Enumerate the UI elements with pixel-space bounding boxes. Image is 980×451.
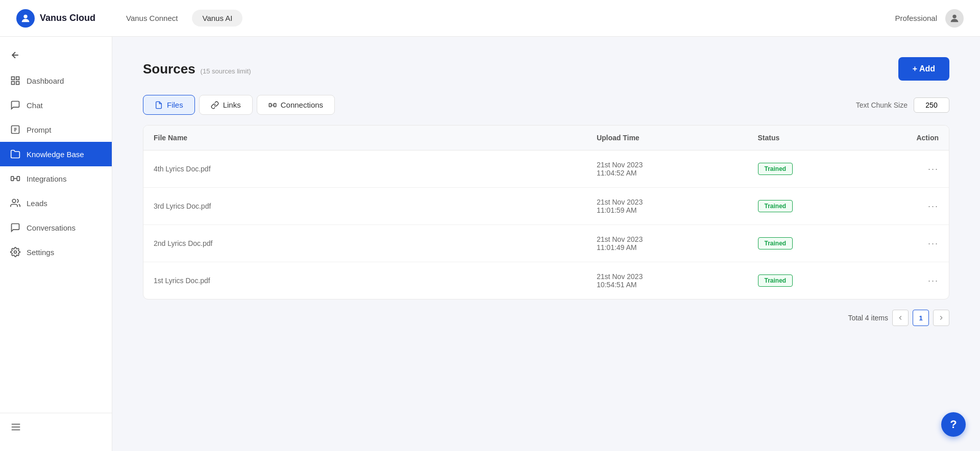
connections-icon xyxy=(268,101,277,109)
svg-rect-4 xyxy=(12,82,15,85)
sidebar-item-knowledge-base[interactable]: Knowledge Base xyxy=(0,142,112,166)
cell-action[interactable]: ··· xyxy=(868,151,949,188)
header-right: Professional xyxy=(895,9,964,28)
cell-filename: 4th Lyrics Doc.pdf xyxy=(143,151,586,188)
sidebar-item-dashboard[interactable]: Dashboard xyxy=(0,68,112,93)
chunk-size-group: Text Chunk Size xyxy=(856,97,949,113)
page-title: Sources xyxy=(143,61,195,77)
cell-upload-time: 21st Nov 2023 10:54:51 AM xyxy=(586,262,748,299)
sidebar-bottom xyxy=(0,413,112,443)
cell-status: Trained xyxy=(748,225,869,262)
conversations-icon xyxy=(10,222,20,233)
nav-tab-vanus-connect[interactable]: Vanus Connect xyxy=(116,10,188,27)
tab-files[interactable]: Files xyxy=(143,95,195,115)
nav-tab-vanus-ai[interactable]: Vanus AI xyxy=(192,10,242,27)
tab-links-label: Links xyxy=(223,101,241,109)
sources-title: Sources (15 sources limit) xyxy=(143,61,251,77)
layout: Dashboard Chat Prompt Knowledge Base xyxy=(0,37,980,451)
chunk-size-input[interactable] xyxy=(914,97,949,113)
sidebar-label-dashboard: Dashboard xyxy=(27,77,64,85)
svg-rect-15 xyxy=(274,103,276,107)
logo-text: Vanus Cloud xyxy=(40,13,95,23)
col-header-action: Action xyxy=(868,126,949,151)
svg-point-0 xyxy=(23,14,27,18)
sidebar-label-prompt: Prompt xyxy=(27,126,51,134)
sidebar-label-chat: Chat xyxy=(27,101,43,110)
svg-point-9 xyxy=(12,199,16,203)
total-items-label: Total 4 items xyxy=(848,314,888,322)
chevron-left-icon xyxy=(897,314,904,321)
menu-icon[interactable] xyxy=(10,421,102,435)
header-left: Vanus Cloud Vanus Connect Vanus AI xyxy=(16,9,242,28)
nav-tabs: Vanus Connect Vanus AI xyxy=(116,10,242,27)
sidebar-item-settings[interactable]: Settings xyxy=(0,240,112,264)
help-button[interactable]: ? xyxy=(941,412,966,437)
cell-upload-time: 21st Nov 2023 11:01:49 AM xyxy=(586,225,748,262)
table-row: 2nd Lyrics Doc.pdf21st Nov 2023 11:01:49… xyxy=(143,225,949,262)
sidebar-item-conversations[interactable]: Conversations xyxy=(0,215,112,240)
cell-filename: 1st Lyrics Doc.pdf xyxy=(143,262,586,299)
cell-action[interactable]: ··· xyxy=(868,262,949,299)
col-header-status: Status xyxy=(748,126,869,151)
table-row: 3rd Lyrics Doc.pdf21st Nov 2023 11:01:59… xyxy=(143,188,949,225)
chat-icon xyxy=(10,100,20,110)
cell-status: Trained xyxy=(748,151,869,188)
sidebar-label-integrations: Integrations xyxy=(27,174,66,183)
svg-rect-2 xyxy=(12,77,15,80)
add-button[interactable]: + Add xyxy=(898,57,949,81)
next-page-button[interactable] xyxy=(933,310,949,326)
logo-icon xyxy=(16,9,35,28)
integrations-icon xyxy=(10,173,20,184)
sidebar-label-knowledge: Knowledge Base xyxy=(27,150,84,159)
logo: Vanus Cloud xyxy=(16,9,95,28)
sidebar-item-chat[interactable]: Chat xyxy=(0,93,112,117)
cell-action[interactable]: ··· xyxy=(868,225,949,262)
col-header-filename: File Name xyxy=(143,126,586,151)
table-row: 1st Lyrics Doc.pdf21st Nov 2023 10:54:51… xyxy=(143,262,949,299)
sidebar-item-integrations[interactable]: Integrations xyxy=(0,166,112,191)
cell-upload-time: 21st Nov 2023 11:01:59 AM xyxy=(586,188,748,225)
cell-filename: 2nd Lyrics Doc.pdf xyxy=(143,225,586,262)
sidebar-item-leads[interactable]: Leads xyxy=(0,191,112,215)
main-content: Sources (15 sources limit) + Add Files xyxy=(112,37,980,451)
user-avatar-button[interactable] xyxy=(945,9,964,28)
action-menu-button[interactable]: ··· xyxy=(928,201,939,211)
files-table-container: File Name Upload Time Status Action 4th … xyxy=(143,125,949,299)
svg-point-10 xyxy=(14,251,17,254)
sidebar-label-settings: Settings xyxy=(27,248,54,257)
svg-rect-14 xyxy=(269,103,271,107)
cell-status: Trained xyxy=(748,188,869,225)
hamburger-icon xyxy=(10,421,21,433)
svg-rect-8 xyxy=(17,177,19,181)
status-badge: Trained xyxy=(758,200,793,212)
sources-header: Sources (15 sources limit) + Add xyxy=(143,57,949,81)
back-button[interactable] xyxy=(0,45,112,68)
cell-status: Trained xyxy=(748,262,869,299)
svg-rect-5 xyxy=(16,82,19,85)
action-menu-button[interactable]: ··· xyxy=(928,164,939,174)
table-header: File Name Upload Time Status Action xyxy=(143,126,949,151)
prev-page-button[interactable] xyxy=(892,310,909,326)
tab-links[interactable]: Links xyxy=(199,95,253,115)
prompt-icon xyxy=(10,124,20,135)
professional-label: Professional xyxy=(895,14,937,22)
tab-group: Files Links Connections xyxy=(143,95,335,115)
settings-icon xyxy=(10,247,20,257)
sidebar-item-prompt[interactable]: Prompt xyxy=(0,117,112,142)
links-icon xyxy=(211,101,219,109)
sources-limit: (15 sources limit) xyxy=(201,67,251,75)
action-menu-button[interactable]: ··· xyxy=(928,275,939,286)
sidebar-nav: Dashboard Chat Prompt Knowledge Base xyxy=(0,68,112,413)
action-menu-button[interactable]: ··· xyxy=(928,238,939,248)
tab-connections-label: Connections xyxy=(281,101,323,109)
col-header-upload: Upload Time xyxy=(586,126,748,151)
header: Vanus Cloud Vanus Connect Vanus AI Profe… xyxy=(0,0,980,37)
user-icon xyxy=(949,13,960,24)
tab-connections[interactable]: Connections xyxy=(257,95,335,115)
cell-action[interactable]: ··· xyxy=(868,188,949,225)
table-row: 4th Lyrics Doc.pdf21st Nov 2023 11:04:52… xyxy=(143,151,949,188)
page-1-button[interactable]: 1 xyxy=(913,310,929,326)
files-table: File Name Upload Time Status Action 4th … xyxy=(143,126,949,299)
table-body: 4th Lyrics Doc.pdf21st Nov 2023 11:04:52… xyxy=(143,151,949,299)
svg-rect-7 xyxy=(11,177,14,181)
